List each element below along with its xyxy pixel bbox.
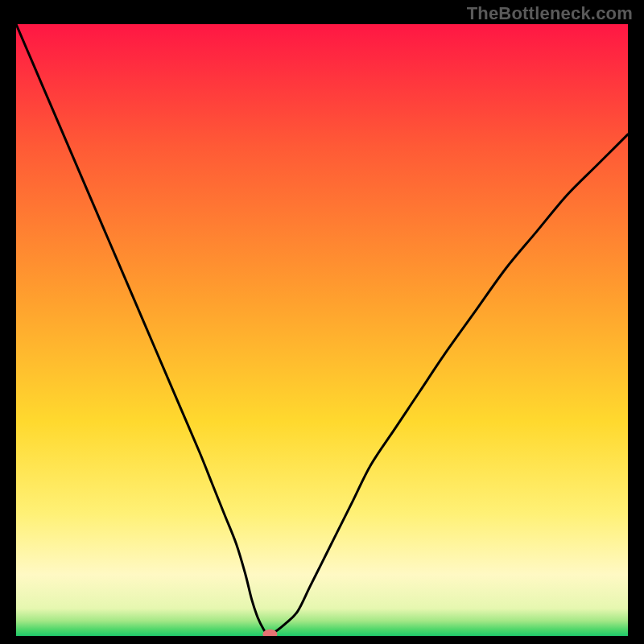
chart-background [16,24,628,636]
chart-container: TheBottleneck.com [0,0,644,644]
chart-svg [16,24,628,636]
plot-frame [16,24,628,636]
watermark-text: TheBottleneck.com [467,3,633,24]
